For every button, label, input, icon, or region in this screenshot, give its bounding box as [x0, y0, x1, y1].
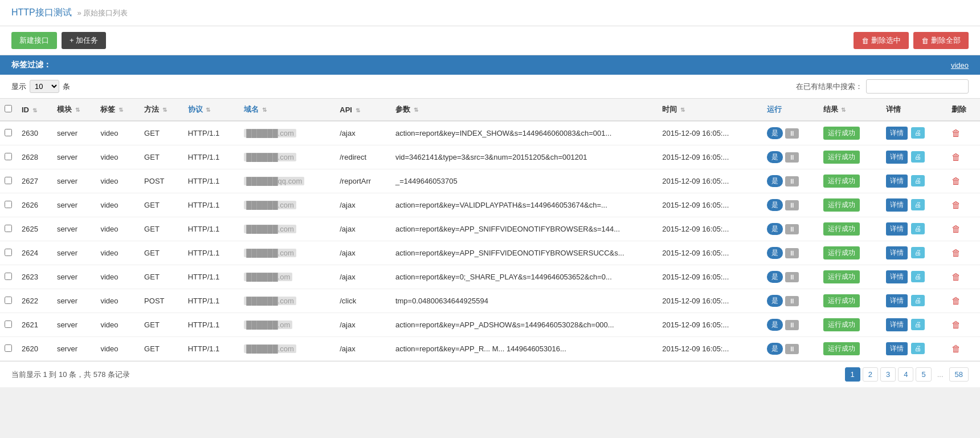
- row-checkbox[interactable]: [5, 321, 12, 328]
- row-checkbox[interactable]: [5, 249, 12, 256]
- toggle-yes[interactable]: 是: [767, 319, 783, 331]
- toggle-pause[interactable]: ⏸: [785, 200, 799, 210]
- row-checkbox[interactable]: [5, 153, 12, 160]
- print-button[interactable]: 🖨: [911, 271, 925, 282]
- row-checkbox[interactable]: [5, 129, 12, 136]
- delete-row-button[interactable]: 🗑: [952, 200, 961, 210]
- th-module[interactable]: 模块 ⇅: [52, 99, 96, 121]
- delete-row-button[interactable]: 🗑: [952, 272, 961, 282]
- toggle-pause[interactable]: ⏸: [785, 224, 799, 234]
- print-button[interactable]: 🖨: [911, 319, 925, 330]
- page-button-4[interactable]: 4: [898, 367, 913, 382]
- cell-domain: ██████.om: [239, 265, 335, 289]
- toggle-pause[interactable]: ⏸: [785, 344, 799, 354]
- trash-icon-all: 🗑: [921, 36, 929, 45]
- cell-time: 2015-12-09 16:05:...: [658, 241, 762, 265]
- toggle-pause[interactable]: ⏸: [785, 272, 799, 282]
- detail-button[interactable]: 详情: [886, 222, 908, 236]
- delete-row-button[interactable]: 🗑: [952, 320, 961, 330]
- new-interface-button[interactable]: 新建接口: [11, 32, 57, 49]
- cell-domain: ██████qq.com: [239, 169, 335, 193]
- cell-detail: 详情 🖨: [881, 145, 947, 169]
- detail-button[interactable]: 详情: [886, 318, 908, 331]
- toggle-pause[interactable]: ⏸: [785, 320, 799, 330]
- toggle-pause[interactable]: ⏸: [785, 176, 799, 186]
- cell-params: action=report&key=APP_ADSHOW&s=144964605…: [391, 313, 658, 337]
- toggle-yes[interactable]: 是: [767, 247, 783, 259]
- row-checkbox[interactable]: [5, 201, 12, 208]
- toggle-pause[interactable]: ⏸: [785, 152, 799, 163]
- toggle-pause[interactable]: ⏸: [785, 248, 799, 258]
- detail-button[interactable]: 详情: [886, 175, 908, 188]
- print-button[interactable]: 🖨: [911, 223, 925, 234]
- delete-selected-button[interactable]: 🗑 删除选中: [854, 32, 909, 49]
- th-time[interactable]: 时间 ⇅: [658, 99, 762, 121]
- result-badge: 运行成功: [823, 175, 860, 188]
- detail-button[interactable]: 详情: [886, 270, 908, 283]
- th-tag[interactable]: 标签 ⇅: [96, 99, 140, 121]
- result-badge: 运行成功: [823, 198, 860, 212]
- print-button[interactable]: 🖨: [911, 127, 925, 139]
- print-button[interactable]: 🖨: [911, 295, 925, 306]
- cell-params: vid=3462141&type=3&src=3&num=20151205&ch…: [391, 145, 658, 169]
- detail-button[interactable]: 详情: [886, 198, 908, 212]
- search-input[interactable]: [866, 79, 969, 94]
- toggle-yes[interactable]: 是: [767, 295, 783, 307]
- th-id[interactable]: ID ⇅: [17, 99, 52, 121]
- delete-row-button[interactable]: 🗑: [952, 248, 961, 258]
- page-button-1[interactable]: 1: [845, 367, 860, 382]
- delete-row-button[interactable]: 🗑: [952, 176, 961, 186]
- toggle-yes[interactable]: 是: [767, 175, 783, 187]
- toggle-pause[interactable]: ⏸: [785, 128, 799, 139]
- print-button[interactable]: 🖨: [911, 151, 925, 163]
- tag-filter-video-link[interactable]: video: [951, 61, 969, 70]
- toggle-wrap: 是 ⏸: [767, 271, 799, 283]
- cell-checkbox: [0, 121, 17, 145]
- th-api[interactable]: API ⇅: [335, 99, 391, 121]
- row-checkbox[interactable]: [5, 297, 12, 304]
- print-button[interactable]: 🖨: [911, 247, 925, 258]
- toggle-yes[interactable]: 是: [767, 223, 783, 235]
- th-params[interactable]: 参数 ⇅: [391, 99, 658, 121]
- toggle-wrap: 是 ⏸: [767, 223, 799, 235]
- delete-row-button[interactable]: 🗑: [952, 224, 961, 234]
- detail-button[interactable]: 详情: [886, 246, 908, 259]
- delete-row-button[interactable]: 🗑: [952, 344, 961, 354]
- toggle-yes[interactable]: 是: [767, 343, 783, 355]
- add-task-button[interactable]: + 加任务: [62, 32, 106, 49]
- detail-button[interactable]: 详情: [886, 127, 908, 140]
- page-button-2[interactable]: 2: [863, 367, 878, 382]
- th-method[interactable]: 方法 ⇅: [140, 99, 183, 121]
- detail-button[interactable]: 详情: [886, 294, 908, 307]
- row-checkbox[interactable]: [5, 177, 12, 184]
- print-button[interactable]: 🖨: [911, 343, 925, 354]
- select-all-checkbox[interactable]: [5, 105, 12, 112]
- tag-filter-bar: 标签过滤： video: [0, 55, 980, 75]
- delete-all-button[interactable]: 🗑 删除全部: [913, 32, 969, 49]
- detail-button[interactable]: 详情: [886, 151, 908, 164]
- th-checkbox: [0, 99, 17, 121]
- row-checkbox[interactable]: [5, 344, 12, 352]
- delete-row-button[interactable]: 🗑: [952, 152, 961, 163]
- th-protocol[interactable]: 协议 ⇅: [183, 99, 240, 121]
- table-row: 2627 server video POST HTTP/1.1 ██████qq…: [0, 169, 980, 193]
- toggle-yes[interactable]: 是: [767, 127, 783, 139]
- page-button-58[interactable]: 58: [949, 367, 969, 382]
- detail-button[interactable]: 详情: [886, 342, 908, 355]
- cell-method: GET: [140, 313, 183, 337]
- delete-row-button[interactable]: 🗑: [952, 128, 961, 139]
- toggle-yes[interactable]: 是: [767, 151, 783, 163]
- delete-row-button[interactable]: 🗑: [952, 296, 961, 306]
- print-button[interactable]: 🖨: [911, 175, 925, 186]
- toggle-yes[interactable]: 是: [767, 271, 783, 283]
- row-checkbox[interactable]: [5, 225, 12, 232]
- show-entries-select[interactable]: 10 25 50 100: [30, 80, 59, 93]
- toggle-pause[interactable]: ⏸: [785, 296, 799, 306]
- th-domain[interactable]: 域名 ⇅: [239, 99, 335, 121]
- th-result[interactable]: 结果 ⇅: [819, 99, 881, 121]
- print-button[interactable]: 🖨: [911, 199, 925, 210]
- toggle-yes[interactable]: 是: [767, 199, 783, 211]
- page-button-5[interactable]: 5: [916, 367, 931, 382]
- page-button-3[interactable]: 3: [880, 367, 896, 382]
- row-checkbox[interactable]: [5, 273, 12, 280]
